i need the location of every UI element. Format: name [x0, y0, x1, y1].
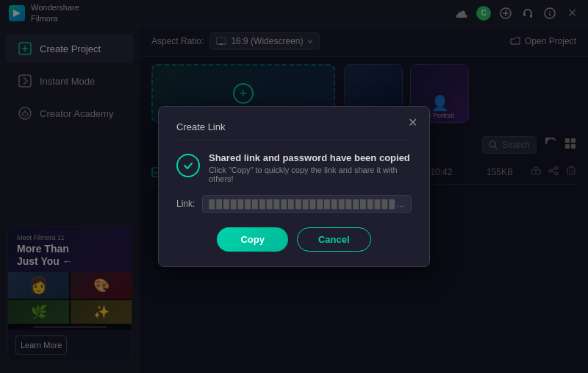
dialog-close-button[interactable]: ✕ — [408, 117, 417, 129]
success-text-container: Shared link and password have been copie… — [209, 152, 412, 183]
dialog-overlay: Create Link ✕ Shared link and password h… — [0, 0, 588, 373]
link-label: Link: — [176, 199, 195, 209]
dialog-buttons: Copy Cancel — [176, 227, 412, 252]
cancel-button[interactable]: Cancel — [297, 227, 371, 252]
success-main-text: Shared link and password have been copie… — [209, 152, 412, 163]
link-value: ████████████████████████████ — [202, 195, 412, 213]
success-sub-text: Click "Copy" to quickly copy the link an… — [209, 166, 412, 183]
dialog-title: Create Link — [176, 121, 412, 141]
dialog-success-row: Shared link and password have been copie… — [176, 152, 412, 183]
copy-button[interactable]: Copy — [217, 227, 288, 252]
success-checkmark-icon — [176, 154, 200, 177]
link-row: Link: ████████████████████████████ — [176, 195, 412, 213]
create-link-dialog: Create Link ✕ Shared link and password h… — [158, 106, 430, 267]
